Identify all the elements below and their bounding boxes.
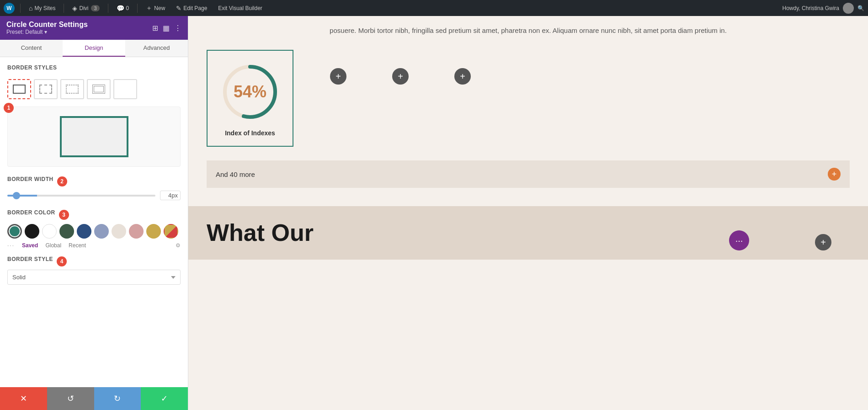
panel-header-icons: ⊞ ▦ ⋮: [152, 24, 181, 32]
grid-icon[interactable]: ▦: [163, 24, 170, 32]
save-button[interactable]: ✓: [141, 387, 188, 410]
exit-visual-builder-item[interactable]: Exit Visual Builder: [215, 0, 265, 16]
color-swatch-white[interactable]: [42, 224, 57, 239]
color-swatch-dark-green[interactable]: [59, 224, 74, 239]
color-tab-global[interactable]: Global: [45, 242, 61, 249]
comments-item[interactable]: 💬 0: [114, 0, 132, 16]
color-swatch-light-blue[interactable]: [94, 224, 109, 239]
border-color-header: Border Color 3: [7, 209, 181, 220]
divi-icon: ◈: [72, 5, 77, 12]
border-styles-header: Border Styles: [7, 64, 181, 75]
color-swatch-dark-blue[interactable]: [77, 224, 91, 239]
border-style-group: Border Style 4 Solid Dashed Dotted Doubl…: [7, 256, 181, 285]
border-preview-box: [60, 116, 128, 157]
color-swatch-pink[interactable]: [129, 224, 144, 239]
separator: [137, 4, 138, 13]
border-style-label: Border Style: [7, 256, 53, 262]
step-2-badge: 2: [57, 176, 67, 186]
separator: [108, 4, 108, 13]
user-avatar[interactable]: [843, 3, 854, 14]
color-swatch-black[interactable]: [25, 224, 39, 239]
circle-svg-container: 54%: [218, 60, 282, 124]
tab-advanced[interactable]: Advanced: [125, 40, 188, 57]
border-width-value[interactable]: 4px: [160, 191, 181, 200]
panel-tabs: Content Design Advanced: [0, 40, 188, 57]
add-button-1[interactable]: +: [330, 68, 346, 85]
my-sites-label: My Sites: [34, 5, 55, 11]
howdy-text: Howdy, Christina Gwira: [783, 5, 839, 11]
search-icon[interactable]: 🔍: [857, 5, 864, 11]
what-our-section: What Our ··· +: [188, 206, 868, 260]
color-swatch-red[interactable]: [164, 224, 178, 239]
undo-icon: ↺: [67, 394, 74, 404]
solid-preview: [13, 85, 26, 94]
purple-dots-button[interactable]: ···: [729, 230, 749, 250]
none-preview: [119, 85, 132, 94]
color-swatch-cream[interactable]: [112, 224, 126, 239]
cancel-button[interactable]: ✕: [0, 387, 47, 410]
redo-button[interactable]: ↻: [94, 387, 141, 410]
panel-title: Circle Counter Settings: [6, 21, 88, 29]
content-area: posuere. Morbi tortor nibh, fringilla se…: [188, 16, 868, 206]
more-bar[interactable]: And 40 more +: [207, 160, 850, 188]
step-4-badge: 4: [57, 256, 67, 266]
border-style-dashed[interactable]: [34, 79, 58, 99]
edit-page-item[interactable]: ✎ Edit Page: [173, 0, 210, 16]
grey-add-button[interactable]: +: [815, 234, 831, 250]
border-width-title: Border Width: [7, 176, 53, 182]
undo-button[interactable]: ↺: [47, 387, 94, 410]
border-styles-title: Border Styles: [7, 64, 57, 71]
border-style-dotted[interactable]: [60, 79, 84, 99]
circle-counter-widget: 54% Index of Indexes: [207, 50, 293, 147]
step-3-badge: 3: [59, 210, 69, 220]
panel-content: Border Styles: [0, 57, 188, 387]
main-layout: Circle Counter Settings Preset: Default …: [0, 16, 868, 410]
tab-design[interactable]: Design: [63, 40, 125, 57]
comments-zero: 0: [126, 5, 129, 11]
more-bar-plus-icon[interactable]: +: [828, 168, 841, 181]
border-style-solid[interactable]: [7, 79, 31, 99]
border-preview-container: [7, 106, 181, 167]
counter-percent: 54%: [234, 82, 266, 101]
border-style-none[interactable]: [113, 79, 137, 99]
new-item[interactable]: ＋ New: [143, 0, 168, 16]
tab-content[interactable]: Content: [0, 40, 63, 57]
divi-item[interactable]: ◈ Divi 3: [69, 0, 102, 16]
add-button-2[interactable]: +: [392, 68, 409, 85]
circle-section: 54% Index of Indexes + + +: [207, 50, 850, 147]
border-width-slider-row: 4px: [7, 191, 181, 200]
top-bar: W ⌂ My Sites ◈ Divi 3 💬 0 ＋ New ✎ Edit P…: [0, 0, 868, 16]
counter-label: Index of Indexes: [225, 129, 275, 137]
wordpress-icon[interactable]: W: [4, 3, 15, 14]
separator: [64, 4, 64, 13]
redo-icon: ↻: [114, 394, 121, 404]
new-label: New: [154, 5, 165, 11]
my-sites-item[interactable]: ⌂ My Sites: [26, 0, 58, 16]
more-bar-text: And 40 more: [216, 170, 255, 178]
separator: [20, 4, 21, 13]
panel-header-left: Circle Counter Settings Preset: Default …: [6, 21, 88, 35]
panel-header: Circle Counter Settings Preset: Default …: [0, 16, 188, 40]
color-swatch-teal[interactable]: [7, 224, 22, 239]
border-style-select[interactable]: Solid Dashed Dotted Double None: [7, 270, 181, 285]
color-swatch-gold[interactable]: [146, 224, 161, 239]
panel-preset[interactable]: Preset: Default ▾: [6, 29, 88, 35]
cancel-icon: ✕: [20, 394, 27, 404]
dashed-preview: [39, 85, 52, 94]
border-style-double[interactable]: [87, 79, 111, 99]
save-icon: ✓: [161, 394, 168, 404]
double-preview: [92, 85, 105, 94]
left-panel: Circle Counter Settings Preset: Default …: [0, 16, 188, 410]
divi-count: 3: [91, 5, 99, 11]
settings-icon[interactable]: ⚙: [176, 242, 181, 249]
color-tab-saved[interactable]: Saved: [22, 242, 38, 249]
comment-icon: 💬: [117, 5, 124, 12]
right-content: posuere. Morbi tortor nibh, fringilla se…: [188, 16, 868, 410]
border-width-slider[interactable]: [7, 195, 155, 197]
exit-label: Exit Visual Builder: [218, 5, 262, 11]
expand-icon[interactable]: ⊞: [152, 24, 158, 32]
more-icon[interactable]: ⋮: [174, 24, 181, 32]
add-button-3[interactable]: +: [454, 68, 471, 85]
color-tab-recent[interactable]: Recent: [69, 242, 86, 249]
plus-icon: ＋: [146, 4, 152, 12]
